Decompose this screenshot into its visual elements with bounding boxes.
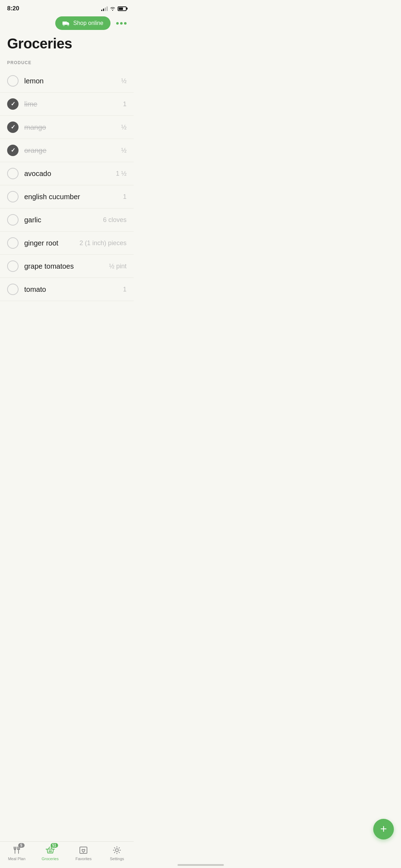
- svg-rect-0: [63, 22, 67, 25]
- wifi-icon: [110, 6, 115, 11]
- grocery-item-name: lemon: [24, 77, 121, 85]
- grocery-item-name: english cucumber: [24, 193, 123, 201]
- status-bar: 8:20: [0, 0, 134, 15]
- grocery-item-checkbox[interactable]: [7, 191, 19, 202]
- grocery-item-qty: 1: [123, 286, 127, 293]
- checkmark-icon: ✓: [11, 148, 15, 153]
- grocery-item[interactable]: ✓lime1: [0, 93, 134, 116]
- grocery-item-checkbox[interactable]: [7, 214, 19, 226]
- more-options-button[interactable]: [115, 21, 128, 26]
- grocery-item-name: tomato: [24, 285, 123, 294]
- grocery-item-name: orange: [24, 146, 121, 155]
- grocery-item-checkbox[interactable]: ✓: [7, 122, 19, 133]
- checkmark-icon: ✓: [11, 124, 15, 130]
- grocery-item-qty: 2 (1 inch) pieces: [79, 239, 127, 247]
- section-header-produce: PRODUCE: [0, 60, 134, 69]
- signal-icon: [101, 6, 108, 11]
- grocery-item-name: ginger root: [24, 239, 79, 247]
- page-title-section: Groceries: [0, 33, 134, 60]
- grocery-item[interactable]: tomato1: [0, 278, 134, 301]
- grocery-item-qty: ½: [121, 147, 127, 154]
- grocery-item-checkbox[interactable]: ✓: [7, 145, 19, 156]
- grocery-item-qty: 6 cloves: [103, 216, 127, 224]
- battery-icon: [118, 6, 127, 11]
- top-actions: Shop online: [0, 15, 134, 33]
- grocery-item-qty: ½: [121, 77, 127, 85]
- grocery-list: PRODUCE lemon½✓lime1✓mango½✓orange½avoca…: [0, 60, 134, 301]
- grocery-item-checkbox[interactable]: [7, 237, 19, 249]
- grocery-item[interactable]: ✓orange½: [0, 139, 134, 162]
- shop-online-label: Shop online: [73, 20, 103, 26]
- grocery-item[interactable]: garlic6 cloves: [0, 208, 134, 232]
- grocery-item-qty: ½ pint: [109, 263, 127, 270]
- grocery-item-name: mango: [24, 123, 121, 131]
- grocery-item-qty: 1: [123, 193, 127, 201]
- grocery-item-name: avocado: [24, 170, 116, 178]
- truck-icon: [62, 20, 70, 26]
- shop-online-button[interactable]: Shop online: [55, 16, 110, 30]
- grocery-item-name: garlic: [24, 216, 103, 224]
- svg-point-1: [63, 25, 65, 26]
- grocery-item-qty: 1 ½: [116, 170, 127, 177]
- grocery-item[interactable]: grape tomatoes½ pint: [0, 255, 134, 278]
- grocery-item-checkbox[interactable]: ✓: [7, 98, 19, 110]
- grocery-item-qty: 1: [123, 100, 127, 108]
- grocery-item[interactable]: ✓mango½: [0, 116, 134, 139]
- grocery-item-qty: ½: [121, 124, 127, 131]
- grocery-item-checkbox[interactable]: [7, 260, 19, 272]
- grocery-item[interactable]: avocado1 ½: [0, 162, 134, 185]
- grocery-item-checkbox[interactable]: [7, 168, 19, 179]
- grocery-item-checkbox[interactable]: [7, 284, 19, 295]
- grocery-item[interactable]: ginger root2 (1 inch) pieces: [0, 232, 134, 255]
- grocery-item-checkbox[interactable]: [7, 75, 19, 87]
- grocery-item[interactable]: english cucumber1: [0, 185, 134, 208]
- grocery-item-name: lime: [24, 100, 123, 108]
- status-icons: [101, 6, 127, 11]
- grocery-item[interactable]: lemon½: [0, 69, 134, 93]
- checkmark-icon: ✓: [11, 101, 15, 107]
- status-time: 8:20: [7, 5, 19, 12]
- page-title: Groceries: [7, 36, 127, 52]
- svg-point-2: [68, 25, 69, 26]
- grocery-item-name: grape tomatoes: [24, 262, 109, 270]
